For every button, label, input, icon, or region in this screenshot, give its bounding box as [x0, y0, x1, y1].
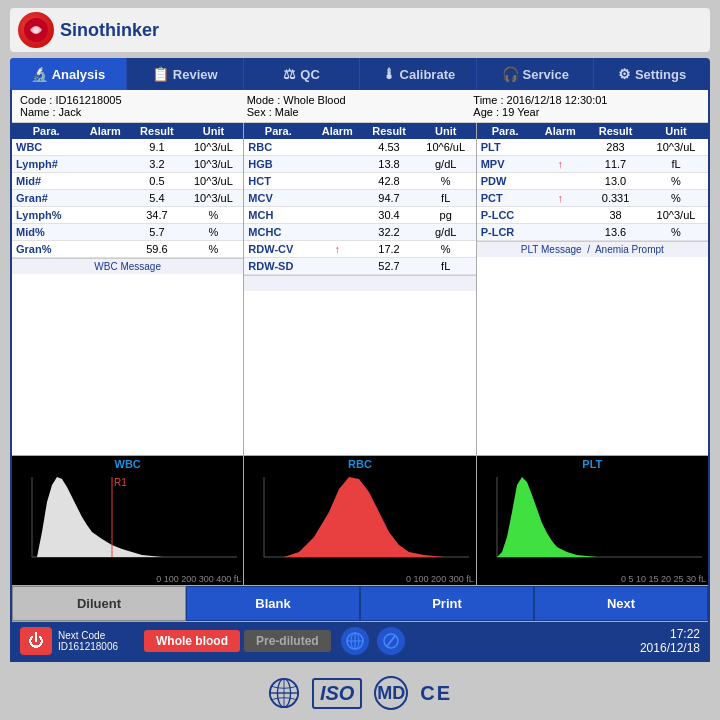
cell-alarm — [312, 258, 362, 275]
patient-age: Age : 19 Year — [473, 106, 700, 118]
rbc-header-unit: Unit — [416, 123, 476, 139]
cell-para: MCHC — [244, 224, 312, 241]
plt-chart-panel: PLT 0 5 10 15 20 25 30 fL — [477, 456, 708, 585]
cell-unit: g/dL — [416, 156, 476, 173]
svg-point-1 — [33, 27, 39, 33]
wbc-chart-panel: WBC 0 100 200 300 400 fL — [12, 456, 244, 585]
table-row: Mid% 5.7 % — [12, 224, 243, 241]
cell-result: 9.1 — [130, 139, 183, 156]
tab-review[interactable]: 📋 Review — [127, 58, 244, 90]
cell-result: 42.8 — [362, 173, 415, 190]
iso-logo: ISO — [312, 678, 362, 709]
cell-result: 17.2 — [362, 241, 415, 258]
wbc-chart-area — [12, 472, 243, 573]
patient-time-col: Time : 2016/12/18 12:30:01 Age : 19 Year — [473, 94, 700, 118]
alarm-up-icon: ↑ — [558, 192, 564, 204]
patient-mode: Mode : Whole Blood — [247, 94, 474, 106]
cell-alarm — [534, 139, 588, 156]
table-row: PCT ↑ 0.331 % — [477, 190, 708, 207]
wbc-axis: 0 100 200 300 400 fL — [12, 573, 243, 585]
patient-time: Time : 2016/12/18 12:30:01 — [473, 94, 700, 106]
cell-result: 5.4 — [130, 190, 183, 207]
table-row: MCH 30.4 pg — [244, 207, 475, 224]
plt-chart-title: PLT — [477, 456, 708, 472]
table-row: Mid# 0.5 10^3/uL — [12, 173, 243, 190]
cell-unit: % — [644, 224, 708, 241]
cell-para: PDW — [477, 173, 534, 190]
table-row: HGB 13.8 g/dL — [244, 156, 475, 173]
cell-result: 3.2 — [130, 156, 183, 173]
tab-service[interactable]: 🎧 Service — [477, 58, 594, 90]
cell-para: Gran# — [12, 190, 80, 207]
tab-service-label: Service — [523, 67, 569, 82]
rbc-header-para: Para. — [244, 123, 312, 139]
cell-result: 30.4 — [362, 207, 415, 224]
patient-name: Name : Jack — [20, 106, 247, 118]
wbc-header-result: Result — [130, 123, 183, 139]
wbc-table: Para. Alarm Result Unit WBC 9.1 10^3/uLL… — [12, 123, 243, 258]
plt-header-alarm: Alarm — [534, 123, 588, 139]
status-time: 17:22 — [640, 627, 700, 641]
cell-alarm — [80, 156, 130, 173]
tab-qc[interactable]: ⚖ QC — [244, 58, 361, 90]
tab-settings[interactable]: ⚙ Settings — [594, 58, 710, 90]
print-button[interactable]: Print — [360, 586, 534, 621]
cell-alarm — [80, 224, 130, 241]
cell-para: HGB — [244, 156, 312, 173]
next-code-value: ID161218006 — [58, 641, 138, 652]
main-content: Code : ID161218005 Name : Jack Mode : Wh… — [10, 90, 710, 662]
cell-unit: 10^3/uL — [644, 207, 708, 224]
cell-unit: % — [644, 173, 708, 190]
cell-alarm — [80, 173, 130, 190]
cell-unit: % — [644, 190, 708, 207]
cell-para: PLT — [477, 139, 534, 156]
diluent-button[interactable]: Diluent — [12, 586, 186, 621]
table-row: MCHC 32.2 g/dL — [244, 224, 475, 241]
cell-result: 13.6 — [587, 224, 644, 241]
cell-unit: % — [416, 173, 476, 190]
tab-qc-label: QC — [300, 67, 320, 82]
data-section: Para. Alarm Result Unit WBC 9.1 10^3/uLL… — [12, 123, 708, 456]
rbc-header-alarm: Alarm — [312, 123, 362, 139]
qc-icon: ⚖ — [283, 66, 296, 82]
cell-unit: g/dL — [416, 224, 476, 241]
cell-result: 11.7 — [587, 156, 644, 173]
cell-para: PCT — [477, 190, 534, 207]
power-button[interactable]: ⏻ — [20, 627, 52, 655]
cell-unit: % — [416, 241, 476, 258]
cell-unit: fL — [416, 258, 476, 275]
blank-button[interactable]: Blank — [186, 586, 360, 621]
whole-blood-button[interactable]: Whole blood — [144, 630, 240, 652]
cell-alarm — [80, 241, 130, 258]
cell-para: RDW-CV — [244, 241, 312, 258]
cell-unit: fL — [416, 190, 476, 207]
tab-analysis[interactable]: 🔬 Analysis — [10, 58, 127, 90]
globe-icon — [268, 677, 300, 709]
patient-info: Code : ID161218005 Name : Jack Mode : Wh… — [12, 90, 708, 123]
table-row: RDW-SD 52.7 fL — [244, 258, 475, 275]
cell-result: 52.7 — [362, 258, 415, 275]
pre-diluted-button[interactable]: Pre-diluted — [244, 630, 331, 652]
rbc-table: Para. Alarm Result Unit RBC 4.53 10^6/uL… — [244, 123, 475, 275]
rbc-axis: 0 100 200 300 fL — [244, 573, 475, 585]
cell-result: 5.7 — [130, 224, 183, 241]
table-row: PLT 283 10^3/uL — [477, 139, 708, 156]
buttons-row: Diluent Blank Print Next — [12, 586, 708, 622]
time-area: 17:22 2016/12/18 — [640, 627, 700, 655]
cell-alarm — [312, 207, 362, 224]
cell-alarm: ↑ — [534, 156, 588, 173]
tab-calibrate[interactable]: 🌡 Calibrate — [360, 58, 477, 90]
plt-header-para: Para. — [477, 123, 534, 139]
next-code-label: Next Code — [58, 630, 138, 641]
alarm-up-icon: ↑ — [335, 243, 341, 255]
cell-result: 32.2 — [362, 224, 415, 241]
tab-analysis-label: Analysis — [52, 67, 105, 82]
cell-unit: 10^3/uL — [184, 190, 244, 207]
cell-para: MCH — [244, 207, 312, 224]
cell-unit: 10^3/uL — [184, 156, 244, 173]
cell-result: 283 — [587, 139, 644, 156]
cell-alarm — [312, 156, 362, 173]
next-button[interactable]: Next — [534, 586, 708, 621]
cell-para: MCV — [244, 190, 312, 207]
analysis-icon: 🔬 — [31, 66, 48, 82]
